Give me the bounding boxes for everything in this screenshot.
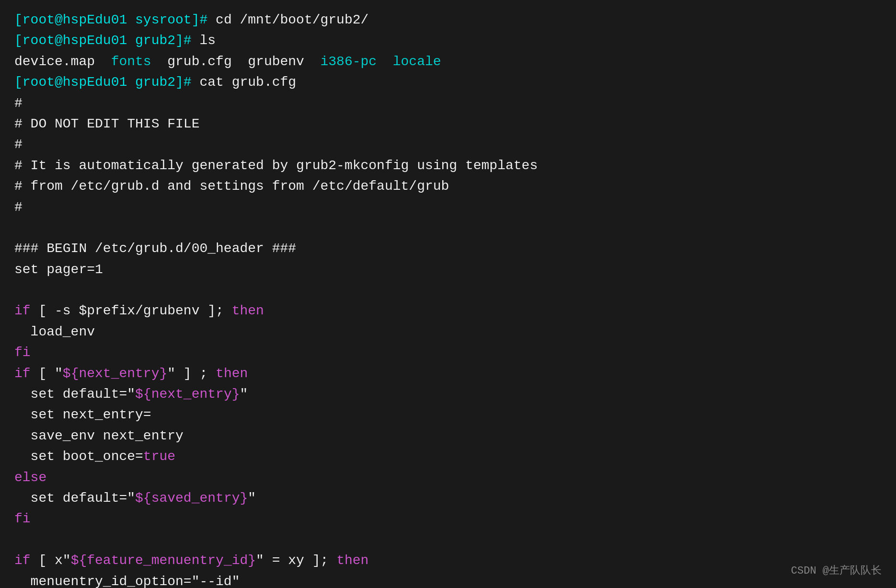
terminal-line [14, 218, 882, 238]
terminal: [root@hspEdu01 sysroot]# cd /mnt/boot/gr… [14, 10, 882, 588]
terminal-line: else [14, 467, 882, 488]
terminal-line: menuentry_id_option="--id" [14, 571, 882, 588]
terminal-line: device.map fonts grub.cfg grubenv i386-p… [14, 51, 882, 72]
terminal-line: load_env [14, 322, 882, 342]
terminal-line: if [ x"${feature_menuentry_id}" = xy ]; … [14, 550, 882, 571]
terminal-line: # from /etc/grub.d and settings from /et… [14, 176, 882, 196]
terminal-line: fi [14, 342, 882, 363]
terminal-line [14, 280, 882, 300]
terminal-line: # [14, 134, 882, 155]
terminal-line: [root@hspEdu01 grub2]# cat grub.cfg [14, 72, 882, 92]
terminal-line: set boot_once=true [14, 446, 882, 467]
terminal-line: ### BEGIN /etc/grub.d/00_header ### [14, 238, 882, 259]
terminal-line: set pager=1 [14, 259, 882, 280]
terminal-line: [root@hspEdu01 sysroot]# cd /mnt/boot/gr… [14, 10, 882, 30]
terminal-line: fi [14, 508, 882, 529]
terminal-line [14, 530, 882, 550]
watermark: CSDN @生产队队长 [791, 563, 882, 579]
terminal-line: [root@hspEdu01 grub2]# ls [14, 30, 882, 51]
terminal-line: set next_entry= [14, 404, 882, 425]
terminal-line: if [ "${next_entry}" ] ; then [14, 363, 882, 384]
terminal-line: # [14, 93, 882, 114]
terminal-line: # It is automatically generated by grub2… [14, 155, 882, 176]
terminal-line: if [ -s $prefix/grubenv ]; then [14, 300, 882, 321]
terminal-line: set default="${saved_entry}" [14, 488, 882, 508]
terminal-line: set default="${next_entry}" [14, 384, 882, 404]
terminal-line: # [14, 197, 882, 218]
terminal-line: save_env next_entry [14, 426, 882, 446]
terminal-line: # DO NOT EDIT THIS FILE [14, 114, 882, 134]
